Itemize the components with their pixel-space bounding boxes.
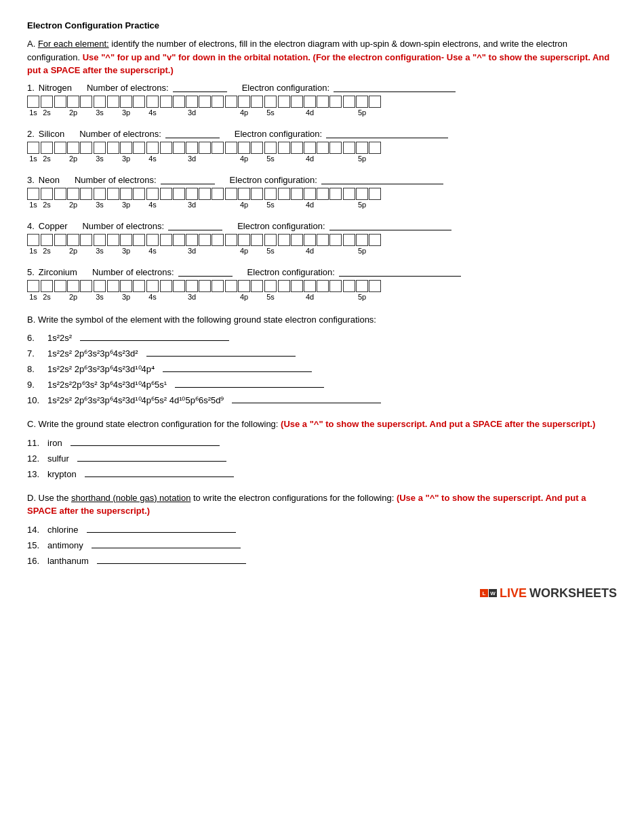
orbital-box[interactable] — [317, 188, 329, 200]
orbital-box[interactable] — [54, 188, 66, 200]
orbital-box[interactable] — [67, 142, 79, 154]
orbital-box[interactable] — [212, 96, 224, 108]
orbital-box[interactable] — [94, 234, 106, 246]
orbital-box[interactable] — [225, 188, 237, 200]
orbital-box[interactable] — [317, 96, 329, 108]
answer-line[interactable] — [85, 468, 234, 477]
orbital-box[interactable] — [107, 188, 119, 200]
orbital-box[interactable] — [329, 188, 342, 200]
orbital-box[interactable] — [356, 280, 368, 292]
orbital-box[interactable] — [133, 142, 145, 154]
orbital-box[interactable] — [67, 188, 79, 200]
orbital-box[interactable] — [54, 234, 66, 246]
orbital-box[interactable] — [160, 142, 172, 154]
num-electrons-input[interactable] — [165, 129, 220, 138]
orbital-box[interactable] — [278, 280, 290, 292]
num-electrons-input[interactable] — [168, 221, 222, 230]
orbital-box[interactable] — [291, 96, 303, 108]
orbital-box[interactable] — [54, 280, 66, 292]
orbital-box[interactable] — [238, 142, 250, 154]
answer-line[interactable] — [146, 347, 296, 357]
orbital-box[interactable] — [120, 280, 132, 292]
answer-line[interactable] — [92, 539, 241, 548]
orbital-box[interactable] — [67, 96, 79, 108]
orbital-box[interactable] — [304, 96, 316, 108]
orbital-box[interactable] — [160, 96, 172, 108]
orbital-box[interactable] — [160, 234, 172, 246]
answer-line[interactable] — [163, 363, 312, 372]
orbital-box[interactable] — [291, 280, 303, 292]
orbital-box[interactable] — [225, 96, 237, 108]
orbital-box[interactable] — [212, 142, 224, 154]
orbital-box[interactable] — [186, 142, 198, 154]
orbital-box[interactable] — [238, 96, 250, 108]
answer-line[interactable] — [80, 331, 229, 341]
orbital-box[interactable] — [67, 234, 79, 246]
orbital-box[interactable] — [199, 142, 211, 154]
orbital-box[interactable] — [278, 234, 290, 246]
orbital-box[interactable] — [199, 96, 211, 108]
orbital-box[interactable] — [41, 188, 53, 200]
orbital-box[interactable] — [304, 142, 316, 154]
orbital-box[interactable] — [343, 188, 355, 200]
electron-config-input[interactable] — [329, 221, 451, 230]
orbital-box[interactable] — [186, 234, 198, 246]
orbital-box[interactable] — [264, 234, 277, 246]
orbital-box[interactable] — [133, 280, 145, 292]
orbital-box[interactable] — [120, 96, 132, 108]
orbital-box[interactable] — [278, 188, 290, 200]
orbital-box[interactable] — [251, 142, 263, 154]
orbital-box[interactable] — [41, 234, 53, 246]
orbital-box[interactable] — [329, 96, 342, 108]
orbital-box[interactable] — [317, 280, 329, 292]
orbital-box[interactable] — [264, 96, 277, 108]
orbital-box[interactable] — [107, 96, 119, 108]
orbital-box[interactable] — [146, 234, 159, 246]
orbital-box[interactable] — [304, 280, 316, 292]
orbital-box[interactable] — [27, 142, 39, 154]
orbital-box[interactable] — [251, 188, 263, 200]
orbital-box[interactable] — [264, 142, 277, 154]
orbital-box[interactable] — [304, 188, 316, 200]
orbital-box[interactable] — [94, 188, 106, 200]
orbital-box[interactable] — [264, 280, 277, 292]
orbital-box[interactable] — [199, 188, 211, 200]
orbital-box[interactable] — [251, 234, 263, 246]
answer-line[interactable] — [87, 523, 236, 533]
orbital-box[interactable] — [67, 280, 79, 292]
orbital-box[interactable] — [291, 188, 303, 200]
orbital-box[interactable] — [291, 234, 303, 246]
orbital-box[interactable] — [27, 188, 39, 200]
orbital-box[interactable] — [343, 142, 355, 154]
orbital-box[interactable] — [54, 96, 66, 108]
orbital-box[interactable] — [329, 280, 342, 292]
orbital-box[interactable] — [186, 96, 198, 108]
orbital-box[interactable] — [238, 188, 250, 200]
orbital-box[interactable] — [329, 234, 342, 246]
orbital-box[interactable] — [343, 234, 355, 246]
orbital-box[interactable] — [369, 96, 381, 108]
num-electrons-input[interactable] — [173, 83, 227, 92]
orbital-box[interactable] — [291, 142, 303, 154]
orbital-box[interactable] — [173, 234, 185, 246]
orbital-box[interactable] — [278, 142, 290, 154]
orbital-box[interactable] — [107, 234, 119, 246]
orbital-box[interactable] — [304, 234, 316, 246]
orbital-box[interactable] — [212, 188, 224, 200]
orbital-box[interactable] — [343, 96, 355, 108]
orbital-box[interactable] — [356, 234, 368, 246]
orbital-box[interactable] — [146, 142, 159, 154]
orbital-box[interactable] — [107, 280, 119, 292]
orbital-box[interactable] — [160, 280, 172, 292]
orbital-box[interactable] — [146, 188, 159, 200]
orbital-box[interactable] — [173, 280, 185, 292]
electron-config-input[interactable] — [321, 175, 443, 184]
orbital-box[interactable] — [146, 280, 159, 292]
orbital-box[interactable] — [107, 142, 119, 154]
orbital-box[interactable] — [41, 142, 53, 154]
electron-config-input[interactable] — [326, 129, 448, 138]
orbital-box[interactable] — [54, 142, 66, 154]
orbital-box[interactable] — [238, 280, 250, 292]
answer-line[interactable] — [97, 554, 246, 564]
orbital-box[interactable] — [329, 142, 342, 154]
